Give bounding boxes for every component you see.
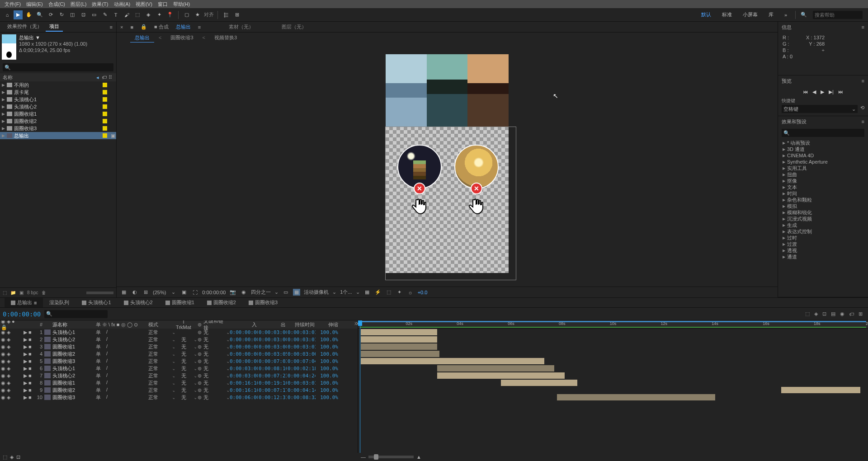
fx-category[interactable]: ▶时间 [778,190,868,197]
project-item[interactable]: ▶头顶桃心1 [0,96,116,103]
fx-category[interactable]: ▶通道 [778,254,868,260]
transp-icon[interactable]: ▦ [293,289,300,296]
timeline-track-area[interactable]: :00s02s04s06s08s10s12s14s16s18s20 [358,320,868,453]
shape-tool[interactable]: ▭ [90,10,99,19]
selection-tool[interactable]: ▶ [14,10,23,19]
zoom-value[interactable]: (25%) [153,290,166,295]
play-icon[interactable]: ▶ [821,89,824,95]
resolution-dd[interactable]: 四分之一 [251,289,271,296]
panel-menu-icon[interactable]: ≡ [862,78,864,84]
project-item[interactable]: ▶圆圈收缩1 [0,110,116,118]
timeline-tab[interactable]: 渲染队列 [43,298,75,307]
fx-category[interactable]: ▶文本 [778,184,868,190]
col-label-icon[interactable]: ◂ [94,75,101,80]
tl-opt-3[interactable]: ⊡ [822,311,826,317]
timeline-layer[interactable]: ◉◈ ▶ ■ 3 圆圈收缩1 单/ 正常⌄ 无⌄ ⊚ 无⌄ 0:00:00:00… [0,343,358,350]
toggle-in-out-icon[interactable]: ⊡ [16,454,20,460]
active-comp-name[interactable]: 总输出 [176,24,191,30]
footage-tab[interactable]: 素材（无） [229,24,254,30]
effect-controls-tab[interactable]: 效果控件（无） [4,22,46,32]
toggle-modes-icon[interactable]: ◈ [10,454,14,460]
trash-icon[interactable]: 🗑 [42,290,46,295]
project-item[interactable]: ▶总输出▣ [0,132,116,139]
last-frame-icon[interactable]: ⏭ [838,89,843,95]
fx-category[interactable]: ▶3D 通道 [778,146,868,152]
menu-anim[interactable]: 动画(A) [111,1,133,8]
fx-search[interactable]: 🔍 [782,129,864,137]
pixel-icon[interactable]: ▦ [363,289,371,295]
timeline-layer[interactable]: ◉◈ ▶ ■ 4 圆圈收缩2 单/ 正常⌄ 无⌄ ⊚ 无⌄ 0:00:00:00… [0,350,358,358]
fx-category[interactable]: ▶杂色和颗粒 [778,197,868,203]
time-ruler[interactable]: :00s02s04s06s08s10s12s14s16s18s20 [358,320,868,329]
timeline-tab[interactable]: 头顶桃心1 [75,298,117,307]
timeline-clip[interactable] [781,387,860,393]
clone-tool[interactable]: ⬚ [133,10,142,19]
project-item[interactable]: ▶圆圈收缩2 [0,118,116,125]
flow-tab-1[interactable]: 总输出 [130,33,154,42]
col-type-icon[interactable]: ⠿ [107,75,113,80]
grid-icon[interactable]: ⊞ [142,289,149,295]
zoom-out-icon[interactable]: — [361,454,366,460]
fx-category[interactable]: ▶Synthetic Aperture [778,159,868,165]
project-item[interactable]: ▶原卡尾 [0,89,116,96]
timeline-clip[interactable] [361,351,440,357]
timeline-layer[interactable]: ◉◈ ▶ ■ 7 头顶桃心2 单/ 正常⌄ 无⌄ ⊚ 无⌄ 0:00:03:00… [0,372,358,379]
new-folder-icon[interactable]: 📁 [10,290,16,295]
rect-mask-icon[interactable]: ▢ [182,10,191,19]
fx-category[interactable]: ▶CINEMA 4D [778,152,868,159]
timeline-layer[interactable]: ◉◈ ▶ ■ 5 圆圈收缩3 单/ 正常⌄ 无⌄ ⊚ 无⌄ 0:00:00:00… [0,358,358,365]
menu-layer[interactable]: 图层(L) [68,1,89,8]
tl-opt-4[interactable]: ▤ [831,311,835,317]
workspace-lib[interactable]: 库 [764,10,778,19]
menu-view[interactable]: 视图(V) [133,1,155,8]
mask-toggle-icon[interactable]: ▦ [120,289,127,295]
toggle-switches-icon[interactable]: ⬚ [3,454,7,460]
workspace-standard[interactable]: 标准 [717,10,736,19]
timeline-layer[interactable]: ◉◈ ▶ ■ 10 圆圈收缩3 单/ 正常⌄ 无⌄ ⊚ 无⌄ 0:00:06:0… [0,394,358,401]
fx-category[interactable]: ▶模糊和锐化 [778,209,868,216]
current-timecode[interactable]: 0:00:00:00 [3,310,41,318]
workspace-default[interactable]: 默认 [697,10,716,19]
fx-category[interactable]: ▶沉浸式视频 [778,216,868,222]
timeline-layer[interactable]: ◉◈ ▶ ■ 9 圆圈收缩2 单/ 正常⌄ 无⌄ ⊚ 无⌄ 0:00:16:16… [0,386,358,394]
roto-tool[interactable]: ✦ [155,10,164,19]
camera-tool[interactable]: ◫ [68,10,77,19]
pen-tool[interactable]: ✎ [100,10,109,19]
timecode-display[interactable]: 0:00:00:00 [202,290,226,295]
camera-dd[interactable]: 活动摄像机 [304,289,329,296]
timeline-tab[interactable]: 头顶桃心2 [118,298,159,307]
col-name[interactable]: 名称 [3,74,94,81]
panel-menu-icon[interactable]: ≡ [110,24,113,30]
3d-icon[interactable]: ⬚ [385,289,392,295]
home-icon[interactable]: ⌂ [3,10,12,19]
timeline-clip[interactable] [437,365,554,372]
exposure-value[interactable]: +0.0 [418,290,428,295]
timeline-layer[interactable]: ◉◈ ▶ ■ 1 头顶桃心1 单/ 正常⌄ ⊚ 无⌄ 0:00:00:00 0:… [0,329,358,336]
panel-menu-icon[interactable]: ≡ [862,24,864,30]
layer-tab[interactable]: 图层（无） [282,24,307,30]
star-icon[interactable]: ★ [193,10,202,19]
timeline-tab[interactable]: 总输出 ≡ [5,298,43,307]
fx-category[interactable]: ▶抠像 [778,178,868,184]
timeline-clip[interactable] [361,329,437,335]
shortcut-dropdown[interactable]: 空格键⌄ [782,105,858,113]
text-tool[interactable]: T [111,10,120,19]
alpha-icon[interactable]: ◐ [131,289,138,295]
timeline-clip[interactable] [501,380,577,386]
full-icon[interactable]: ⛶ [191,290,198,295]
timeline-clip[interactable] [361,343,437,350]
res-icon[interactable]: ▣ [180,289,188,295]
composition-viewer[interactable]: ✕ ✕ ↖ [117,42,778,287]
fx-category[interactable]: ▶过渡 [778,241,868,247]
comp-menu-icon[interactable]: ≡ [198,24,201,30]
tl-opt-1[interactable]: ⬚ [805,311,810,317]
proj-slider[interactable] [86,292,113,294]
project-item[interactable]: ▶圆圈收缩3 [0,125,116,132]
snap-icon[interactable]: ⬱ [222,10,231,19]
timeline-tab[interactable]: 圆圈收缩3 [242,298,284,307]
project-search[interactable]: 🔍 [3,63,113,71]
menu-edit[interactable]: 编辑(E) [24,1,46,8]
timeline-clip[interactable] [361,358,544,364]
timeline-search[interactable]: 🔍 [44,310,108,318]
fx-category[interactable]: ▶模拟 [778,203,868,209]
